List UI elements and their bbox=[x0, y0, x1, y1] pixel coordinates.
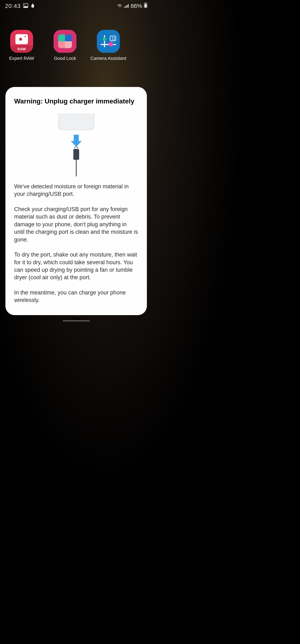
dialog-paragraph-3: To dry the port, shake out any moisture,… bbox=[14, 251, 138, 281]
svg-rect-3 bbox=[125, 6, 126, 8]
svg-point-1 bbox=[24, 4, 25, 6]
moisture-warning-dialog: Warning: Unplug charger immediately We'v… bbox=[5, 87, 147, 315]
arrow-down-icon bbox=[71, 135, 82, 147]
app-label: Good Lock bbox=[54, 56, 76, 61]
svg-rect-4 bbox=[127, 5, 127, 8]
raw-badge: RAW bbox=[17, 47, 26, 51]
battery-icon bbox=[144, 2, 147, 10]
dialog-title: Warning: Unplug charger immediately bbox=[14, 98, 138, 105]
home-screen-apps: RAW Expert RAW Good Lock Camera Assistan… bbox=[0, 11, 152, 61]
water-drop-icon bbox=[31, 3, 35, 10]
svg-rect-2 bbox=[124, 7, 125, 8]
unplug-illustration bbox=[58, 114, 94, 176]
dialog-paragraph-2: Check your charging/USB port for any for… bbox=[14, 206, 138, 244]
svg-rect-5 bbox=[128, 4, 129, 8]
dialog-paragraph-4: In the meantime, you can charge your pho… bbox=[14, 289, 138, 304]
camera-assistant-icon bbox=[97, 30, 120, 53]
app-label: Expert RAW bbox=[9, 56, 34, 61]
app-expert-raw[interactable]: RAW Expert RAW bbox=[5, 30, 38, 61]
svg-rect-8 bbox=[145, 4, 147, 7]
expert-raw-icon: RAW bbox=[10, 30, 33, 53]
usb-cable-graphic bbox=[73, 147, 79, 176]
battery-percentage: 86% bbox=[131, 3, 142, 10]
navigation-handle[interactable] bbox=[63, 320, 90, 321]
phone-bottom-graphic bbox=[58, 114, 94, 130]
status-bar: 20:43 86% bbox=[0, 0, 152, 11]
app-label: Camera Assistant bbox=[90, 56, 126, 61]
dialog-paragraph-1: We've detected moisture or foreign mater… bbox=[14, 183, 138, 198]
image-icon bbox=[23, 3, 28, 10]
app-good-lock[interactable]: Good Lock bbox=[49, 30, 81, 61]
app-camera-assistant[interactable]: Camera Assistant bbox=[92, 30, 125, 61]
wifi-icon bbox=[117, 3, 122, 10]
signal-icon bbox=[124, 3, 129, 10]
good-lock-icon bbox=[53, 30, 76, 53]
status-time: 20:43 bbox=[5, 3, 21, 10]
